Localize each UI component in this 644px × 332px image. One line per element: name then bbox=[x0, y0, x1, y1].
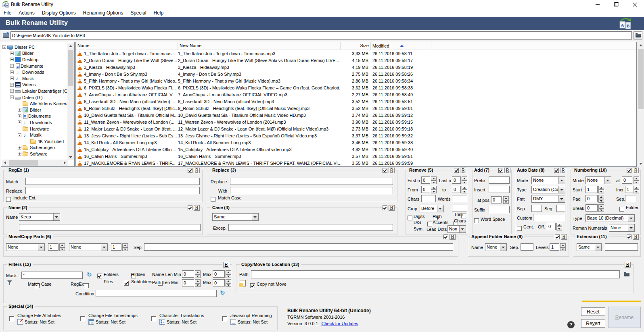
path-input[interactable] bbox=[10, 31, 632, 39]
special-item-checkbox[interactable] bbox=[151, 316, 156, 321]
menu-item[interactable]: Special bbox=[127, 9, 150, 17]
chevron-down-icon[interactable] bbox=[38, 244, 44, 251]
numbering-type-select[interactable]: Base 10 (Decimal) bbox=[585, 214, 635, 222]
tree-item[interactable]: Daten (D:) bbox=[2, 94, 67, 101]
tree-expander-icon[interactable] bbox=[10, 89, 14, 93]
match-case-checkbox[interactable] bbox=[211, 197, 215, 202]
panel-enable-checkbox[interactable] bbox=[188, 168, 192, 173]
offset-input[interactable] bbox=[547, 223, 556, 230]
name-len-min-input[interactable] bbox=[182, 270, 194, 278]
panel-reset-button[interactable]: R bbox=[450, 234, 456, 240]
regex-match-input[interactable] bbox=[25, 178, 200, 185]
name-len-min-stepper[interactable] bbox=[195, 270, 201, 278]
destination-path-input[interactable] bbox=[251, 270, 620, 278]
path-len-max-stepper[interactable] bbox=[226, 279, 231, 287]
tree-expander-icon[interactable] bbox=[10, 95, 14, 99]
panel-reset-button[interactable]: R bbox=[194, 168, 200, 173]
crop-input[interactable] bbox=[452, 205, 467, 212]
file-row[interactable]: 12_Major Lazer & DJ Snake - Lean On (fea… bbox=[76, 125, 636, 132]
list-vertical-scrollbar[interactable] bbox=[638, 42, 644, 167]
restore-icon[interactable] bbox=[607, 0, 625, 9]
scroll-up-icon[interactable] bbox=[639, 44, 642, 46]
panel-enable-checkbox[interactable] bbox=[454, 168, 459, 173]
pad-stepper[interactable] bbox=[598, 195, 604, 203]
append-sep-input[interactable] bbox=[521, 243, 533, 251]
path-len-min-stepper[interactable] bbox=[195, 279, 201, 287]
refresh-icon[interactable]: ↻ bbox=[220, 290, 225, 296]
from-input[interactable] bbox=[421, 186, 430, 193]
tree-item[interactable]: Hardware bbox=[2, 126, 67, 132]
tree-expander-icon[interactable] bbox=[10, 58, 14, 61]
tree-expander-icon[interactable] bbox=[10, 52, 14, 55]
menu-item[interactable]: Renaming Options bbox=[79, 9, 127, 17]
panel-enable-checkbox[interactable] bbox=[554, 168, 559, 173]
tree-expander-icon[interactable] bbox=[18, 133, 21, 137]
file-row[interactable]: 7_AronChupa - I m an Albatraoz OFFICIAL … bbox=[76, 91, 636, 98]
from-stepper[interactable] bbox=[431, 186, 437, 193]
file-row[interactable]: 1_The Italian Job - To get down - Timo m… bbox=[76, 50, 636, 57]
check-for-updates-link[interactable]: Check for Updates bbox=[321, 321, 358, 326]
part1-count-stepper[interactable] bbox=[59, 243, 65, 251]
tree-item[interactable]: Dokumente bbox=[2, 113, 67, 120]
prefix-input[interactable] bbox=[489, 176, 510, 184]
panel-enable-checkbox[interactable] bbox=[188, 205, 192, 210]
append-mode-select[interactable]: None bbox=[485, 243, 507, 251]
tree-expander-icon[interactable] bbox=[18, 108, 21, 112]
panel-reset-button[interactable]: R bbox=[560, 168, 566, 173]
date-seg-input[interactable] bbox=[556, 205, 565, 212]
path-len-min-input[interactable] bbox=[182, 279, 194, 286]
first-n-input[interactable] bbox=[421, 176, 430, 184]
chevron-down-icon[interactable] bbox=[558, 177, 565, 184]
chars-input[interactable] bbox=[421, 195, 436, 202]
browse-folder-button[interactable] bbox=[634, 31, 642, 39]
files-checkbox[interactable] bbox=[124, 281, 129, 286]
chevron-down-icon[interactable] bbox=[101, 244, 107, 251]
date-type-select[interactable]: Creation (Cur bbox=[531, 186, 565, 193]
roman-numerals-select[interactable]: None bbox=[609, 224, 635, 232]
at-input[interactable] bbox=[622, 176, 632, 184]
panel-reset-button[interactable]: R bbox=[389, 168, 395, 173]
panel-reset-button[interactable]: R bbox=[194, 205, 200, 211]
include-ext-checkbox[interactable] bbox=[6, 197, 11, 202]
file-row[interactable]: 3_Kiesza - Hideaway.mp3 3_Kiesza - Hidea… bbox=[76, 64, 636, 71]
tree-item[interactable]: 4K YouTube t bbox=[2, 138, 67, 145]
menu-item[interactable]: Actions bbox=[15, 9, 38, 17]
tree-vertical-scrollbar[interactable] bbox=[67, 43, 74, 160]
folders-checkbox[interactable] bbox=[97, 274, 102, 278]
panel-reset-button[interactable]: R bbox=[389, 205, 395, 211]
chevron-down-icon[interactable] bbox=[558, 195, 565, 202]
reset-button[interactable]: Reset bbox=[581, 307, 605, 316]
panel-enable-checkbox[interactable] bbox=[498, 168, 503, 173]
tree-item[interactable]: Software bbox=[2, 151, 67, 157]
panel-enable-checkbox[interactable] bbox=[383, 205, 387, 210]
numbering-sep-input[interactable] bbox=[625, 195, 636, 202]
start-stepper[interactable] bbox=[598, 186, 604, 193]
chevron-down-icon[interactable] bbox=[437, 205, 443, 212]
folder-checkbox[interactable] bbox=[619, 207, 624, 212]
panel-reset-button[interactable]: R bbox=[561, 234, 567, 240]
tree-horizontal-scrollbar[interactable] bbox=[2, 160, 68, 166]
file-row[interactable]: 10_David Guetta feat Sia - Titanium Offi… bbox=[76, 112, 636, 118]
date-mode-select[interactable]: None bbox=[531, 176, 565, 184]
word-space-checkbox[interactable] bbox=[474, 218, 479, 223]
pad-input[interactable] bbox=[585, 195, 598, 202]
tree-item[interactable]: Musik bbox=[2, 75, 67, 82]
to-stepper[interactable] bbox=[462, 186, 467, 193]
file-row[interactable]: 16_Calvin Harris - Summer.mp3 16_Calvin … bbox=[76, 153, 636, 160]
chevron-down-icon[interactable] bbox=[628, 224, 634, 231]
regex-checkbox[interactable] bbox=[84, 283, 89, 288]
panel-enable-checkbox[interactable] bbox=[627, 168, 631, 173]
at-pos-input[interactable] bbox=[491, 196, 502, 203]
regex-replace-input[interactable] bbox=[25, 187, 200, 194]
file-row[interactable]: 15_Coldplay - Adventures Of A Lifetime O… bbox=[76, 146, 636, 153]
tree-expander-icon[interactable] bbox=[2, 45, 6, 49]
panel-enable-checkbox[interactable] bbox=[383, 168, 387, 173]
break-stepper[interactable] bbox=[598, 204, 604, 212]
column-header-size[interactable]: Size bbox=[341, 42, 371, 50]
first-n-stepper[interactable] bbox=[431, 176, 437, 184]
incr-input[interactable] bbox=[625, 186, 633, 193]
digits-checkbox[interactable] bbox=[408, 216, 412, 220]
replace-input[interactable] bbox=[230, 178, 393, 185]
file-row[interactable]: 5_Fifth Harmony - That s my Girl (Music … bbox=[76, 77, 636, 84]
close-icon[interactable] bbox=[625, 0, 644, 9]
